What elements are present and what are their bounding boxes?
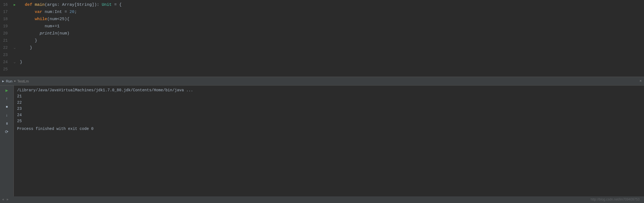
scroll-up-button[interactable]: ↑	[4, 95, 10, 102]
run-toolbar: ▶ ↑ ■ ↓ ⏸ ⟳	[0, 86, 14, 203]
output-number-24: 24	[17, 112, 641, 118]
up-icon: ↑	[6, 97, 8, 101]
rerun-button[interactable]: ⟳	[4, 129, 10, 135]
play-icon: ▶	[6, 88, 8, 93]
line-content-17: var num:Int = 20;	[19, 10, 644, 14]
gutter-22[interactable]: ⌵	[10, 46, 19, 50]
line-number-17: 17	[0, 10, 10, 14]
output-number-21: 21	[17, 93, 641, 99]
line-content-24: }	[19, 60, 644, 65]
code-line-20: 20 println(num)	[0, 30, 644, 37]
line-number-16: 16	[0, 2, 10, 7]
code-line-25: 25	[0, 66, 644, 73]
down-icon: ↓	[6, 113, 8, 117]
code-line-18: 18 while(num<25){	[0, 15, 644, 23]
output-process-msg: Process finished with exit code 0	[17, 126, 641, 132]
code-lines: 16 ▶ def main(args: Array[String]): Unit…	[0, 0, 644, 74]
run-header-icon: ▶	[2, 79, 4, 83]
code-editor: 16 ▶ def main(args: Array[String]): Unit…	[0, 0, 644, 77]
fold-icon-22[interactable]: ⌵	[14, 46, 16, 50]
bottom-bar: « »	[0, 196, 644, 203]
play-button[interactable]: ▶	[4, 87, 10, 94]
run-name: TestLm	[17, 79, 29, 83]
line-number-23: 23	[0, 53, 10, 57]
stop-button[interactable]: ■	[4, 104, 10, 110]
code-line-23: 23	[0, 51, 644, 58]
line-content-18: while(num<25){	[19, 17, 644, 22]
line-content-19: num+=1	[19, 24, 644, 29]
output-number-25: 25	[17, 118, 641, 124]
code-line-17: 17 var num:Int = 20;	[0, 8, 644, 15]
line-number-24: 24	[0, 60, 10, 64]
code-line-19: 19 num+=1	[0, 23, 644, 30]
line-number-19: 19	[0, 24, 10, 28]
stop-icon: ■	[6, 105, 8, 109]
line-number-20: 20	[0, 31, 10, 36]
code-line-22: 22 ⌵ }	[0, 44, 644, 51]
fold-icon-24[interactable]: ⌵	[14, 60, 16, 64]
output-number-22: 22	[17, 100, 641, 106]
run-separator: ▪	[14, 79, 16, 84]
output-number-23: 23	[17, 106, 641, 112]
run-output[interactable]: /Library/Java/JavaVirtualMachines/jdk1.7…	[14, 86, 644, 203]
bottom-right-arrow[interactable]: »	[6, 198, 8, 202]
line-content-22: }	[19, 46, 644, 50]
line-number-21: 21	[0, 38, 10, 43]
run-panel-header: ▶ Run ▪ TestLm ×	[0, 77, 644, 86]
run-label: Run	[6, 79, 12, 83]
line-number-22: 22	[0, 46, 10, 50]
gutter-24[interactable]: ⌵	[10, 60, 19, 64]
gutter-16: ▶	[10, 3, 19, 7]
pause-button[interactable]: ⏸	[4, 120, 10, 127]
line-number-18: 18	[0, 17, 10, 21]
line-content-20: println(num)	[19, 31, 644, 36]
pause-icon: ⏸	[5, 122, 9, 126]
bottom-left-arrow[interactable]: «	[2, 198, 4, 202]
code-line-16: 16 ▶ def main(args: Array[String]): Unit…	[0, 1, 644, 8]
code-line-21: 21 }	[0, 37, 644, 44]
rerun-icon: ⟳	[5, 129, 9, 135]
run-panel-close-icon[interactable]: ×	[640, 79, 642, 83]
watermark: http://blog.csdn.net/lm709409753	[591, 197, 640, 201]
output-path-line: /Library/Java/JavaVirtualMachines/jdk1.7…	[17, 87, 641, 93]
line-content-16: def main(args: Array[String]): Unit = {	[19, 2, 644, 7]
run-panel-body: ▶ ↑ ■ ↓ ⏸ ⟳ /Library/Java/JavaVirtualMac…	[0, 86, 644, 203]
run-icon-16[interactable]: ▶	[14, 3, 15, 7]
code-line-24: 24 ⌵ }	[0, 58, 644, 66]
line-content-21: }	[19, 38, 644, 43]
scroll-down-button[interactable]: ↓	[4, 112, 10, 119]
line-number-25: 25	[0, 67, 10, 71]
